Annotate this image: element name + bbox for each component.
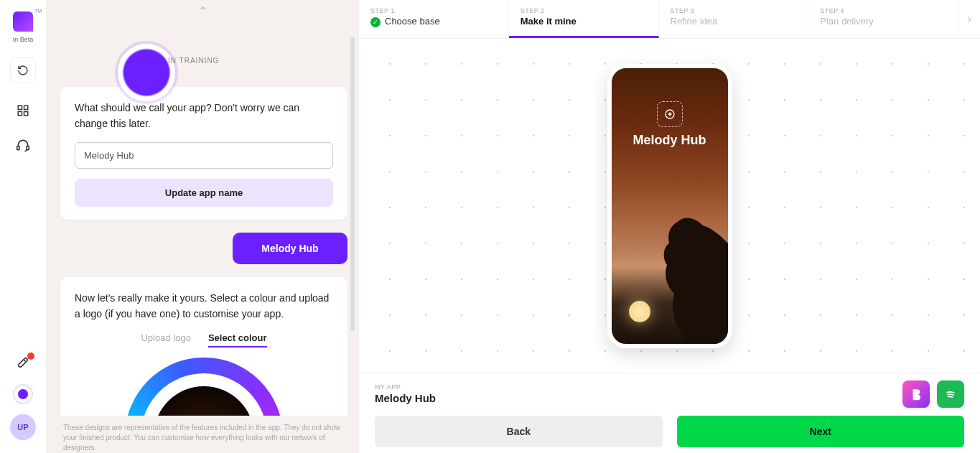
myapp-name: Melody Hub xyxy=(375,392,964,404)
svg-rect-0 xyxy=(18,106,22,109)
back-button[interactable]: Back xyxy=(375,416,663,447)
update-name-button[interactable]: Update app name xyxy=(75,179,333,207)
assistant-avatar xyxy=(118,44,175,101)
next-button[interactable]: Next xyxy=(677,416,965,447)
svg-rect-1 xyxy=(24,106,28,109)
app-name-input[interactable] xyxy=(75,142,333,169)
preview-canvas: Melody Hub xyxy=(359,39,980,373)
myapp-label: MY APP xyxy=(375,383,964,391)
step-refine-idea[interactable]: STEP 3 Refine idea xyxy=(659,0,809,38)
training-label: IN TRAINING xyxy=(168,57,219,65)
svg-rect-3 xyxy=(24,112,28,116)
undo-icon xyxy=(17,65,29,76)
tab-upload-logo[interactable]: Upload logo xyxy=(141,332,190,347)
scrollbar[interactable] xyxy=(350,37,355,331)
name-prompt-text: What should we call your app? Don't worr… xyxy=(75,100,333,132)
person-silhouette xyxy=(642,215,728,344)
builder-app-icon[interactable] xyxy=(902,380,930,408)
disclaimer-text: These designs are representative of the … xyxy=(46,416,359,453)
plus-icon xyxy=(664,108,676,120)
undo-button[interactable] xyxy=(10,57,36,83)
svg-rect-5 xyxy=(27,146,29,150)
tab-select-colour[interactable]: Select colour xyxy=(208,332,267,347)
step-choose-base[interactable]: STEP 1 ✓Choose base xyxy=(359,0,509,38)
customise-card: Now let's really make it yours. Select a… xyxy=(60,277,347,416)
phone-preview: Melody Hub xyxy=(607,64,732,348)
notification-badge xyxy=(27,352,34,360)
name-prompt-card: What should we call your app? Don't worr… xyxy=(60,87,347,220)
beta-label: In Beta xyxy=(13,36,34,43)
customise-prompt-text: Now let's really make it yours. Select a… xyxy=(75,290,333,322)
stepper-next-arrow-icon[interactable]: › xyxy=(958,0,980,38)
upload-logo-placeholder[interactable] xyxy=(657,101,683,127)
check-icon: ✓ xyxy=(370,17,381,27)
theme-indicator[interactable] xyxy=(13,384,33,404)
spotify-app-icon[interactable] xyxy=(937,380,964,408)
bottom-bar: MY APP Melody Hub Back Next xyxy=(359,373,980,453)
chat-panel: ⌃ IN TRAINING What should we call your a… xyxy=(46,0,359,453)
svg-rect-4 xyxy=(17,146,19,150)
rocket-icon[interactable] xyxy=(16,355,30,370)
left-sidebar: In Beta UP xyxy=(0,0,46,453)
step-make-it-mine[interactable]: STEP 2 Make it mine xyxy=(509,0,659,38)
headset-icon[interactable] xyxy=(16,138,30,152)
svg-rect-2 xyxy=(18,112,22,116)
step-plan-delivery[interactable]: STEP 4 Plan delivery xyxy=(808,0,958,38)
phone-app-title: Melody Hub xyxy=(612,133,728,148)
apps-icon[interactable] xyxy=(16,103,30,118)
brand-logo xyxy=(13,11,33,32)
user-message: Melody Hub xyxy=(233,233,347,264)
collapse-chevron-icon[interactable]: ⌃ xyxy=(46,0,359,22)
main-panel: STEP 1 ✓Choose base STEP 2 Make it mine … xyxy=(359,0,980,453)
user-avatar[interactable]: UP xyxy=(10,414,36,440)
colour-wheel[interactable] xyxy=(125,358,283,416)
stepper: STEP 1 ✓Choose base STEP 2 Make it mine … xyxy=(359,0,980,39)
